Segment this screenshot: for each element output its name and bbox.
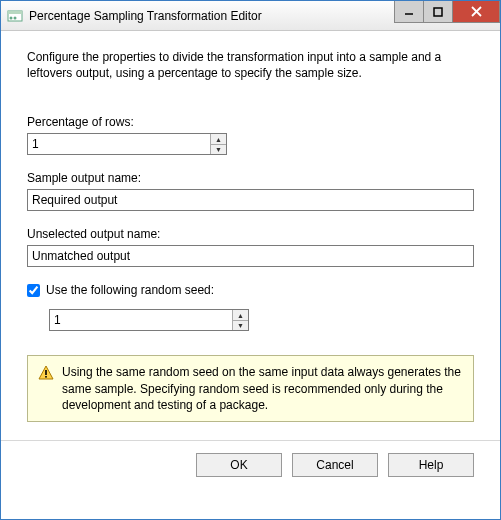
- maximize-button[interactable]: [423, 1, 453, 23]
- svg-rect-5: [434, 8, 442, 16]
- sample-output-input[interactable]: [27, 189, 474, 211]
- close-button[interactable]: [452, 1, 500, 23]
- percentage-input[interactable]: [28, 134, 210, 154]
- unselected-output-input[interactable]: [27, 245, 474, 267]
- app-icon: [7, 8, 23, 24]
- seed-input[interactable]: [50, 310, 232, 330]
- warning-icon: [38, 365, 54, 381]
- seed-up-icon[interactable]: ▲: [233, 310, 248, 321]
- unselected-output-label: Unselected output name:: [27, 227, 474, 241]
- svg-rect-1: [8, 11, 22, 14]
- percentage-up-icon[interactable]: ▲: [211, 134, 226, 145]
- ok-button[interactable]: OK: [196, 453, 282, 477]
- minimize-button[interactable]: [394, 1, 424, 23]
- seed-down-icon[interactable]: ▼: [233, 321, 248, 331]
- sample-output-label: Sample output name:: [27, 171, 474, 185]
- dialog-content: Configure the properties to divide the t…: [1, 31, 500, 491]
- seed-checkbox[interactable]: [27, 284, 40, 297]
- seed-checkbox-label: Use the following random seed:: [46, 283, 214, 297]
- info-box: Using the same random seed on the same i…: [27, 355, 474, 422]
- percentage-down-icon[interactable]: ▼: [211, 145, 226, 155]
- help-button[interactable]: Help: [388, 453, 474, 477]
- info-text: Using the same random seed on the same i…: [62, 364, 463, 413]
- percentage-label: Percentage of rows:: [27, 115, 474, 129]
- svg-point-2: [10, 16, 13, 19]
- description-text: Configure the properties to divide the t…: [27, 49, 474, 81]
- seed-spinner[interactable]: ▲ ▼: [49, 309, 249, 331]
- svg-point-3: [14, 16, 17, 19]
- cancel-button[interactable]: Cancel: [292, 453, 378, 477]
- svg-rect-9: [45, 370, 47, 375]
- window-controls: [395, 1, 500, 23]
- titlebar: Percentage Sampling Transformation Edito…: [1, 1, 500, 31]
- percentage-spinner[interactable]: ▲ ▼: [27, 133, 227, 155]
- button-row: OK Cancel Help: [1, 440, 500, 477]
- svg-rect-10: [45, 376, 47, 378]
